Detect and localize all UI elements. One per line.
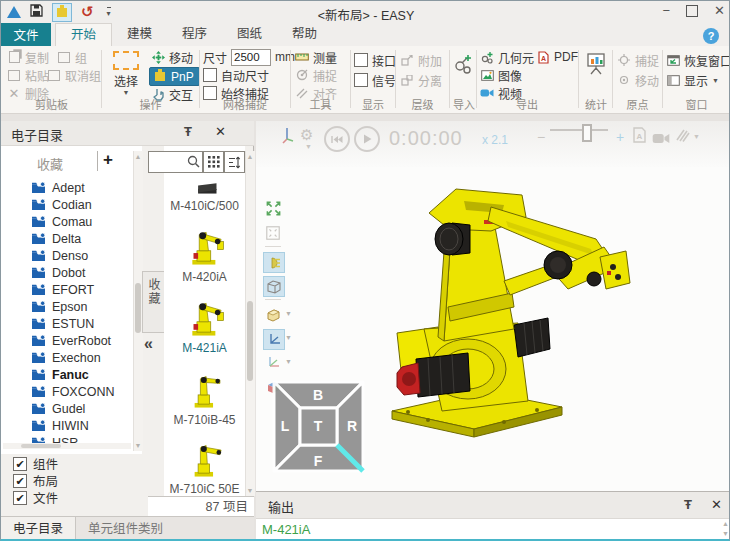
tab-catalog[interactable]: 电子目录 bbox=[1, 517, 76, 541]
tab-program[interactable]: 程序 bbox=[167, 23, 222, 45]
tree-item[interactable]: Adept bbox=[31, 179, 133, 196]
maximize-button[interactable] bbox=[686, 5, 698, 17]
tab-cell-component-category[interactable]: 单元组件类别 bbox=[76, 517, 175, 541]
select-dropdown-icon[interactable]: ▼ bbox=[105, 89, 147, 96]
tree-item[interactable]: Dobot bbox=[31, 264, 133, 281]
auto-size-checkbox-icon[interactable] bbox=[203, 68, 217, 82]
tree-item[interactable]: FOXCONN bbox=[31, 383, 133, 400]
detach-button[interactable]: 分离 bbox=[400, 72, 442, 88]
grid-size-input[interactable] bbox=[231, 49, 271, 66]
minimize-button[interactable]: − bbox=[663, 4, 671, 18]
tree-item[interactable]: HIWIN bbox=[31, 417, 133, 434]
output-panel: 输出 Ŧ ✕ M-421iA ▲▼ bbox=[256, 491, 730, 541]
interface-checkbox-icon[interactable] bbox=[354, 53, 368, 67]
window-title: <新布局> - EASY bbox=[1, 5, 730, 24]
restore-window-button[interactable]: 恢复窗口 bbox=[666, 52, 730, 68]
add-favorite-button[interactable]: + bbox=[103, 150, 113, 170]
group-grid-snap: 尺寸 mm 自动尺寸 始终捕捉 网格捕捉 bbox=[201, 46, 289, 113]
robot-thumbnail bbox=[179, 293, 231, 339]
tree-item[interactable]: Denso bbox=[31, 247, 133, 264]
close-button[interactable]: ✕ bbox=[714, 4, 725, 18]
attach-button[interactable]: 附加 bbox=[400, 52, 442, 68]
thumbnail-scrollbar[interactable]: ▲ ▼ bbox=[245, 151, 255, 496]
attach-icon bbox=[400, 54, 414, 67]
panel-close-icon[interactable]: ✕ bbox=[215, 124, 226, 139]
import-button[interactable] bbox=[451, 52, 477, 76]
display-dropdown-button[interactable]: 显示 ▼ bbox=[666, 72, 719, 88]
group-tools: 测量 捕捉 对齐 工具 bbox=[292, 46, 349, 113]
tree-item[interactable]: EverRobot bbox=[31, 332, 133, 349]
ungroup-icon bbox=[47, 69, 61, 82]
pnp-button[interactable]: PnP bbox=[149, 67, 200, 86]
copy-button[interactable]: 复制 bbox=[7, 49, 49, 65]
export-image-button[interactable]: 图像 bbox=[480, 67, 522, 83]
tree-item[interactable]: Comau bbox=[31, 213, 133, 230]
snap-target-icon bbox=[295, 69, 309, 82]
export-geometry-button[interactable]: 几何元 bbox=[480, 49, 534, 65]
files-checkbox-icon[interactable] bbox=[13, 491, 27, 505]
svg-text:A: A bbox=[541, 55, 546, 62]
interface-checkbox[interactable]: 接口 bbox=[354, 52, 396, 68]
measure-button[interactable]: 测量 bbox=[295, 49, 337, 65]
viewport-3d[interactable]: ⚙ ▼ 0:00:00 x 2.1 − + A ▼ bbox=[256, 121, 730, 491]
help-icon[interactable]: ? bbox=[703, 28, 719, 44]
signal-checkbox-icon[interactable] bbox=[354, 73, 368, 87]
snap-button[interactable]: 捕捉 bbox=[295, 67, 337, 83]
application-window: ↺ ▾ <新布局> - EASY − ✕ 文件 开始 建模 程序 图纸 帮助 ?… bbox=[0, 0, 730, 541]
export-pdf-button[interactable]: A PDF bbox=[536, 49, 578, 65]
tree-horizontal-scrollbar[interactable] bbox=[3, 443, 131, 449]
ungroup-button[interactable]: 取消组 bbox=[47, 67, 101, 83]
robot-thumbnail bbox=[179, 176, 231, 197]
output-close-icon[interactable]: ✕ bbox=[711, 497, 722, 512]
size-label: 尺寸 bbox=[203, 49, 227, 66]
output-scrollbar[interactable]: ▲▼ bbox=[722, 520, 729, 537]
tree-item[interactable]: ESTUN bbox=[31, 315, 133, 332]
tab-help[interactable]: 帮助 bbox=[277, 23, 332, 45]
components-checkbox-icon[interactable] bbox=[13, 457, 27, 471]
tab-start[interactable]: 开始 bbox=[55, 23, 112, 47]
sort-button[interactable] bbox=[224, 151, 245, 173]
move-button[interactable]: 移动 bbox=[151, 49, 193, 65]
tree-item[interactable]: Epson bbox=[31, 298, 133, 315]
tab-model[interactable]: 建模 bbox=[112, 23, 167, 45]
catalog-title: 电子目录 bbox=[11, 125, 63, 144]
signal-checkbox[interactable]: 信号 bbox=[354, 72, 396, 88]
group-button[interactable]: 组 bbox=[57, 49, 87, 65]
window-controls: − ✕ bbox=[663, 4, 726, 18]
tree-item[interactable]: Codian bbox=[31, 196, 133, 213]
group-operation: 选择 ▼ 移动 PnP 交互 操作 bbox=[103, 46, 198, 113]
robot-thumbnail bbox=[179, 222, 231, 268]
pin-icon[interactable]: Ŧ bbox=[184, 124, 192, 139]
group-icon bbox=[57, 51, 71, 64]
robot-model-fanuc-m421ia[interactable] bbox=[256, 121, 730, 491]
tree-item[interactable]: Delta bbox=[31, 230, 133, 247]
grid-view-button[interactable] bbox=[203, 151, 224, 173]
tree-item[interactable]: EFORT bbox=[31, 281, 133, 298]
origin-move-button[interactable]: 移动 bbox=[617, 72, 659, 88]
auto-size-checkbox[interactable]: 自动尺寸 bbox=[203, 67, 269, 83]
thumbnail-list: M-410iC/500 M-420iA M-421iA M-710iB-45 M… bbox=[164, 176, 245, 494]
tree-item-selected[interactable]: Fanuc bbox=[31, 366, 133, 383]
list-item[interactable]: M-710iC 50E bbox=[164, 434, 245, 494]
list-item-selected[interactable]: M-421iA bbox=[164, 293, 245, 355]
ribbon: 复制 组 粘贴 取消组 ✕删除 剪贴板 选择 ▼ 移动 PnP bbox=[1, 46, 730, 114]
filter-files-checkbox[interactable]: 文件 bbox=[13, 488, 58, 507]
output-title: 输出 bbox=[268, 497, 294, 516]
tab-file[interactable]: 文件 bbox=[1, 23, 51, 46]
list-item[interactable]: M-420iA bbox=[164, 222, 245, 284]
output-pin-icon[interactable]: Ŧ bbox=[684, 497, 692, 512]
group-clipboard: 复制 组 粘贴 取消组 ✕删除 剪贴板 bbox=[3, 46, 100, 113]
search-input[interactable] bbox=[148, 151, 203, 173]
tree-item[interactable]: Gudel bbox=[31, 400, 133, 417]
collapse-panel-button[interactable]: « bbox=[144, 335, 153, 353]
favorites-side-tab[interactable]: 收藏 bbox=[142, 271, 165, 333]
tree-item[interactable]: Exechon bbox=[31, 349, 133, 366]
layout-checkbox-icon[interactable] bbox=[13, 474, 27, 488]
select-button[interactable]: 选择 ▼ bbox=[105, 47, 147, 96]
statistics-button[interactable] bbox=[580, 52, 612, 76]
paste-button[interactable]: 粘贴 bbox=[7, 67, 49, 83]
tab-drawing[interactable]: 图纸 bbox=[222, 23, 277, 45]
list-item[interactable]: M-410iC/500 bbox=[164, 176, 245, 213]
list-item[interactable]: M-710iB-45 bbox=[164, 365, 245, 427]
origin-snap-button[interactable]: 捕捉 bbox=[617, 52, 659, 68]
